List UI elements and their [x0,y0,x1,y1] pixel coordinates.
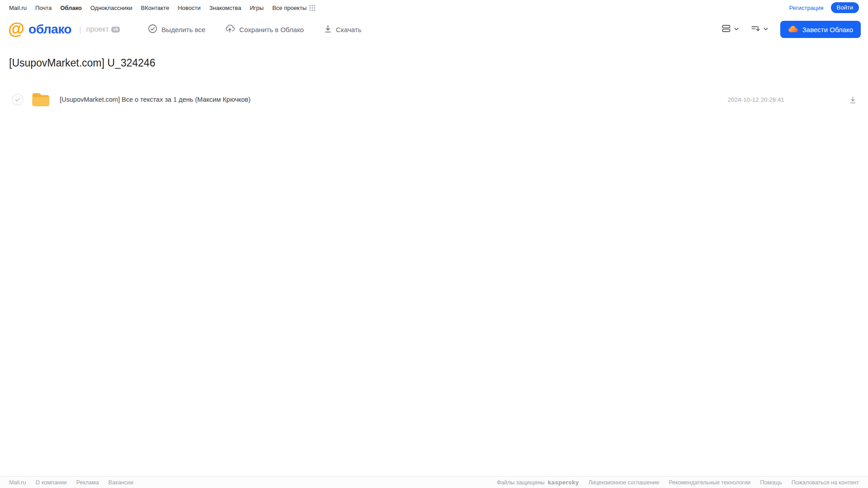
footer-link-report[interactable]: Пожаловаться на контент [792,479,859,486]
nav-link-znakomstva[interactable]: Знакомства [209,5,241,11]
footer-link-license[interactable]: Лицензионное соглашение [588,479,659,486]
kaspersky-logo[interactable]: kaspersky [548,479,579,486]
mailru-at-icon: @ [8,20,24,37]
footer-link-mailru[interactable]: Mail.ru [9,479,26,486]
page-title: [UsupovMarket.com] U_324246 [9,57,868,69]
file-date: 2024-10-12 20:28:41 [728,96,784,103]
vk-icon: vk [111,27,120,33]
footer-link-jobs[interactable]: Вакансии [109,479,133,486]
nav-link-oblako[interactable]: Облако [60,5,82,11]
footer-left-links: Mail.ru О компании Реклама Вакансии [9,479,133,486]
nav-link-pochta[interactable]: Почта [35,5,52,11]
list-view-icon [721,24,731,35]
file-list: [UsupovMarket.com] Все о текстах за 1 де… [0,89,868,110]
footer-link-rec-tech[interactable]: Рекомендательные технологии [669,479,750,486]
protected-text: Файлы защищены [497,479,545,486]
download-icon [324,24,332,34]
get-cloud-button[interactable]: Завести Облако [780,21,861,38]
project-label: проект [86,25,109,33]
row-download-icon[interactable] [849,95,857,104]
download-button[interactable]: Скачать [324,24,361,34]
project-badge: проект vk [86,25,120,33]
view-mode-dropdown[interactable] [721,24,739,35]
logo-divider: | [79,25,81,34]
folder-icon [31,92,51,108]
kaspersky-protection: Файлы защищены kaspersky [497,479,579,486]
select-all-label: Выделить все [161,26,205,33]
portal-nav-links: Mail.ru Почта Облако Одноклассники ВКонт… [9,5,315,11]
footer-link-help[interactable]: Помощь [760,479,782,486]
portal-nav: Mail.ru Почта Облако Одноклассники ВКонт… [0,0,868,15]
nav-link-odnoklassniki[interactable]: Одноклассники [90,5,133,11]
nav-link-mailru[interactable]: Mail.ru [9,5,27,11]
chevron-down-icon [734,25,739,33]
chevron-down-icon [763,25,768,33]
save-to-cloud-button[interactable]: Сохранить в Облако [225,24,304,35]
all-projects-label: Все проекты [272,5,307,11]
select-all-button[interactable]: Выделить все [148,24,205,35]
portal-nav-right: Регистрация Войти [789,2,859,13]
footer: Mail.ru О компании Реклама Вакансии Файл… [0,476,868,488]
register-link[interactable]: Регистрация [789,5,824,11]
cloud-upload-icon [225,24,235,35]
check-circle-icon [148,24,157,35]
footer-link-ads[interactable]: Реклама [76,479,99,486]
sort-dropdown[interactable] [751,24,768,35]
apps-grid-icon[interactable] [309,5,315,11]
app-header: @ облако | проект vk Выделить все Сохра [0,15,868,43]
row-checkbox[interactable] [12,94,24,105]
download-label: Скачать [336,26,361,33]
nav-link-vkontakte[interactable]: ВКонтакте [141,5,170,11]
file-row[interactable]: [UsupovMarket.com] Все о текстах за 1 де… [0,89,868,110]
nav-link-all-projects[interactable]: Все проекты [272,5,315,11]
sort-icon [751,24,760,35]
nav-link-novosti[interactable]: Новости [178,5,200,11]
save-to-cloud-label: Сохранить в Облако [239,26,304,33]
footer-right-links: Файлы защищены kaspersky Лицензионное со… [497,479,859,486]
cloud-logo[interactable]: @ облако | проект vk [8,21,120,38]
orange-cloud-icon [788,25,798,34]
toolbar: Выделить все Сохранить в Облако Скачать [148,24,361,35]
get-cloud-label: Завести Облако [802,26,853,33]
header-right: Завести Облако [721,21,861,38]
footer-link-about[interactable]: О компании [36,479,67,486]
file-name-link[interactable]: [UsupovMarket.com] Все о текстах за 1 де… [60,96,251,103]
login-button[interactable]: Войти [831,2,859,13]
logo-text: облако [28,22,71,37]
nav-link-igry[interactable]: Игры [250,5,264,11]
